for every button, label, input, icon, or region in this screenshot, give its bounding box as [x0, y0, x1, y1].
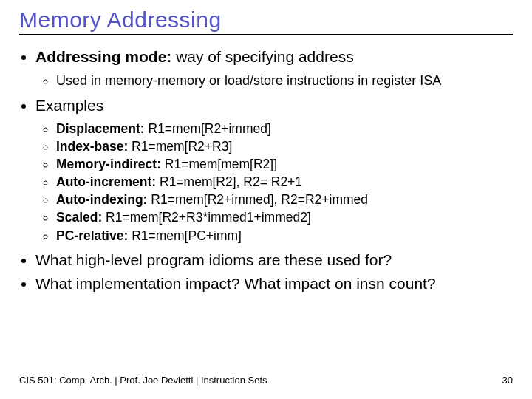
bullet-addressing-mode: Addressing mode: way of specifying addre… [35, 46, 513, 90]
label: Index-base: [56, 139, 128, 154]
example-index-base: Index-base: R1=mem[R2+R3] [56, 137, 513, 155]
text: R1=mem[R2], R2= R2+1 [156, 174, 302, 189]
label: Auto-increment: [56, 174, 156, 189]
label: Addressing mode: [35, 48, 171, 65]
label: Auto-indexing: [56, 192, 147, 207]
bullet-examples: Examples Displacement: R1=mem[R2+immed] … [35, 95, 513, 245]
examples-list: Displacement: R1=mem[R2+immed] Index-bas… [35, 120, 513, 245]
example-auto-increment: Auto-increment: R1=mem[R2], R2= R2+1 [56, 173, 513, 191]
text: R1=mem[R2+R3*immed1+immed2] [102, 210, 311, 225]
sub-list: Used in memory-memory or load/store inst… [35, 71, 513, 90]
text: R1=mem[PC+imm] [128, 228, 242, 243]
label: Memory-indirect: [56, 157, 161, 171]
text: R1=mem[R2+immed] [145, 121, 271, 136]
title-rule [19, 34, 513, 35]
text: Examples [35, 97, 103, 114]
label: Scaled: [56, 210, 102, 225]
footer-left: CIS 501: Comp. Arch. | Prof. Joe Deviett… [19, 375, 267, 386]
example-memory-indirect: Memory-indirect: R1=mem[mem[R2]] [56, 155, 513, 173]
label: PC-relative: [56, 228, 128, 243]
text: R1=mem[R2+immed], R2=R2+immed [147, 192, 368, 207]
label: Displacement: [56, 121, 145, 136]
example-auto-indexing: Auto-indexing: R1=mem[R2+immed], R2=R2+i… [56, 191, 513, 208]
sub-bullet: Used in memory-memory or load/store inst… [56, 71, 513, 90]
bullet-list: Addressing mode: way of specifying addre… [19, 46, 513, 294]
page-number: 30 [502, 375, 513, 386]
example-displacement: Displacement: R1=mem[R2+immed] [56, 120, 513, 137]
text: R1=mem[R2+R3] [128, 139, 232, 154]
text: R1=mem[mem[R2]] [161, 157, 277, 171]
slide-title: Memory Addressing [19, 7, 513, 33]
text: way of specifying address [171, 48, 353, 65]
bullet-impact: What implementation impact? What impact … [35, 273, 513, 295]
example-scaled: Scaled: R1=mem[R2+R3*immed1+immed2] [56, 208, 513, 226]
footer: CIS 501: Comp. Arch. | Prof. Joe Deviett… [19, 375, 513, 386]
example-pc-relative: PC-relative: R1=mem[PC+imm] [56, 227, 513, 245]
bullet-idioms: What high-level program idioms are these… [35, 249, 513, 271]
